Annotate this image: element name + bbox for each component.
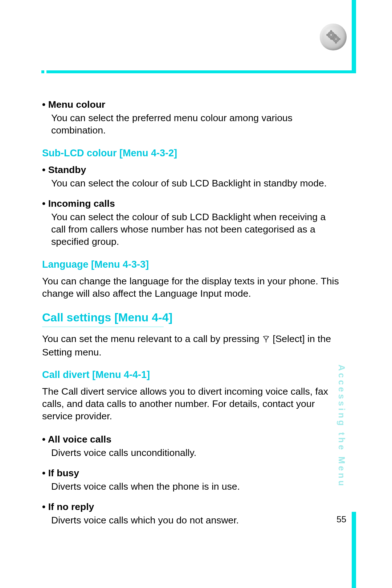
svg-point-1: [330, 34, 332, 36]
section-icon: [320, 24, 347, 50]
call-settings-heading: Call settings [Menu 4-4]: [42, 311, 340, 324]
horizontal-rule: [46, 70, 352, 73]
side-section-label: Accessing the Menu: [336, 365, 347, 488]
page-content: • Menu colour You can select the preferr…: [42, 99, 340, 538]
all-voice-calls-title: • All voice calls: [42, 433, 340, 445]
if-no-reply-title: • If no reply: [42, 501, 340, 513]
if-busy-title: • If busy: [42, 467, 340, 479]
svg-rect-10: [332, 38, 333, 40]
top-vertical-accent: [352, 0, 356, 73]
select-key-icon: [262, 334, 270, 346]
svg-point-3: [335, 38, 337, 40]
incoming-calls-body: You can select the colour of sub LCD Bac…: [51, 211, 340, 248]
svg-rect-11: [339, 38, 340, 40]
svg-rect-8: [335, 35, 337, 36]
if-no-reply-body: Diverts voice calls which you do not ans…: [51, 514, 340, 527]
rule-dot: [41, 70, 44, 73]
svg-rect-5: [330, 38, 332, 40]
svg-rect-6: [327, 34, 328, 36]
svg-rect-9: [335, 42, 337, 43]
page-number: 55: [336, 514, 346, 525]
bottom-vertical-accent: [352, 512, 356, 588]
standby-title: • Standby: [42, 164, 340, 176]
svg-rect-4: [330, 30, 332, 32]
language-body: You can change the language for the disp…: [42, 275, 340, 300]
call-divert-body: The Call divert service allows you to di…: [42, 386, 340, 423]
call-divert-heading: Call divert [Menu 4-4-1]: [42, 369, 340, 381]
menu-colour-body: You can select the preferred menu colour…: [51, 112, 340, 137]
call-settings-body: You can set the menu relevant to a call …: [42, 333, 340, 359]
sub-lcd-heading: Sub-LCD colour [Menu 4-3-2]: [42, 148, 340, 159]
gears-icon: [325, 29, 342, 45]
language-heading: Language [Menu 4-3-3]: [42, 259, 340, 270]
call-settings-underline: [42, 326, 164, 327]
call-settings-body-pre: You can set the menu relevant to a call …: [42, 333, 262, 344]
menu-colour-title: • Menu colour: [42, 99, 340, 111]
standby-body: You can select the colour of sub LCD Bac…: [51, 177, 340, 190]
all-voice-calls-body: Diverts voice calls unconditionally.: [51, 447, 340, 459]
incoming-calls-title: • Incoming calls: [42, 198, 340, 210]
manual-page: • Menu colour You can select the preferr…: [0, 0, 392, 588]
if-busy-body: Diverts voice calls when the phone is in…: [51, 481, 340, 493]
